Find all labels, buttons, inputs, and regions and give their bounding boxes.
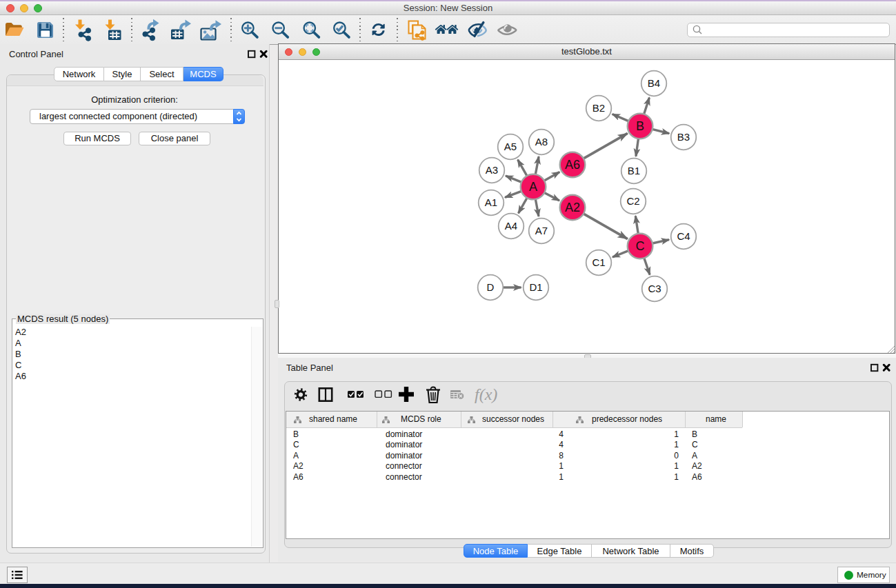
svg-text:B1: B1: [628, 165, 640, 176]
svg-text:C1: C1: [592, 256, 605, 268]
svg-text:A2: A2: [565, 201, 580, 214]
svg-text:D1: D1: [529, 281, 542, 293]
svg-text:C4: C4: [677, 230, 690, 242]
svg-text:A8: A8: [535, 136, 548, 148]
svg-text:A1: A1: [485, 196, 497, 208]
svg-text:B: B: [636, 119, 644, 133]
svg-text:B2: B2: [593, 102, 605, 114]
svg-text:A: A: [529, 180, 537, 194]
svg-text:B4: B4: [648, 77, 660, 89]
svg-text:A3: A3: [486, 164, 498, 176]
svg-text:A4: A4: [505, 220, 517, 232]
svg-text:C3: C3: [648, 283, 661, 294]
svg-text:f(x): f(x): [475, 385, 497, 403]
svg-text:A6: A6: [565, 158, 580, 172]
svg-text:A7: A7: [535, 225, 548, 236]
svg-text:C2: C2: [626, 195, 639, 207]
svg-text:D: D: [487, 281, 495, 293]
svg-text:B3: B3: [677, 131, 690, 143]
svg-text:C: C: [636, 239, 645, 253]
svg-text:A5: A5: [504, 141, 517, 152]
